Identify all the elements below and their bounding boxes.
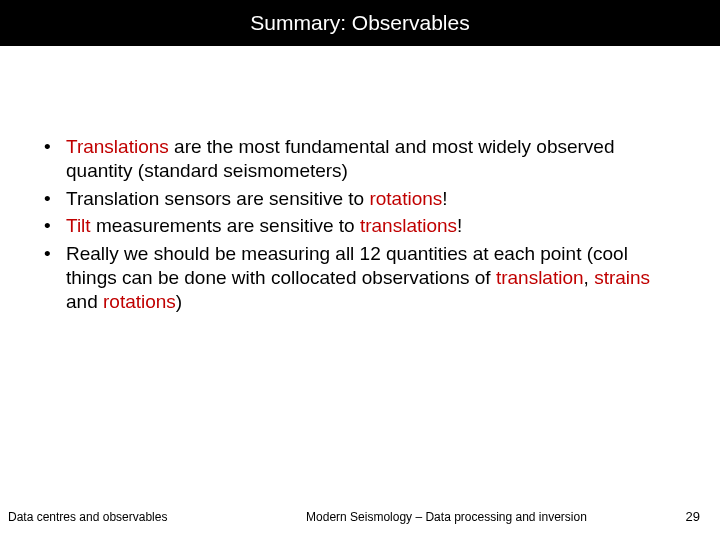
highlight-text: translation (496, 267, 584, 288)
body-text: measurements are sensitive to (91, 215, 360, 236)
footer: Data centres and observables Modern Seis… (0, 509, 720, 524)
bullet-list: Translations are the most fundamental an… (38, 135, 660, 313)
body-text: ! (442, 188, 447, 209)
highlight-text: Translations (66, 136, 169, 157)
body-text: Translation sensors are sensitive to (66, 188, 369, 209)
body-text: ! (457, 215, 462, 236)
footer-left: Data centres and observables (8, 510, 167, 524)
highlight-text: rotations (369, 188, 442, 209)
bullet-item: Translation sensors are sensitive to rot… (38, 187, 660, 211)
highlight-text: strains (594, 267, 650, 288)
highlight-text: translations (360, 215, 457, 236)
title-bar: Summary: Observables (0, 0, 720, 46)
highlight-text: rotations (103, 291, 176, 312)
page-number: 29 (686, 509, 700, 524)
highlight-text: Tilt (66, 215, 91, 236)
slide: Summary: Observables Translations are th… (0, 0, 720, 540)
bullet-item: Really we should be measuring all 12 qua… (38, 242, 660, 313)
bullet-item: Translations are the most fundamental an… (38, 135, 660, 183)
content-area: Translations are the most fundamental an… (38, 135, 660, 317)
slide-title: Summary: Observables (250, 11, 469, 35)
body-text: and (66, 291, 103, 312)
body-text: ) (176, 291, 182, 312)
footer-center: Modern Seismology – Data processing and … (167, 510, 685, 524)
bullet-item: Tilt measurements are sensitive to trans… (38, 214, 660, 238)
body-text: , (584, 267, 595, 288)
